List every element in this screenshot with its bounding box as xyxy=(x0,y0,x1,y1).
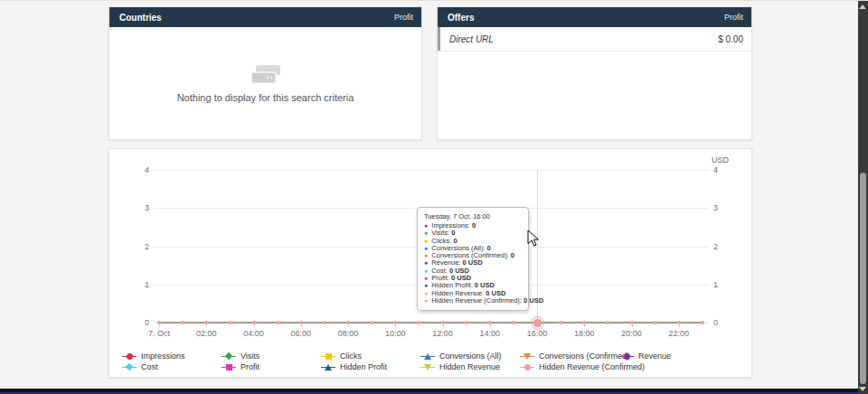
y-axis-label-left: 0 xyxy=(124,318,149,327)
empty-state-cards-icon xyxy=(250,64,282,86)
x-axis-label: 06:00 xyxy=(281,329,321,338)
data-point-marker[interactable] xyxy=(204,321,208,324)
data-point-marker[interactable] xyxy=(701,321,704,324)
y-axis-label-right: 2 xyxy=(713,242,718,251)
y-axis-label-right: 3 xyxy=(713,203,718,212)
triangle-shape xyxy=(424,353,431,360)
triangle-down-shape xyxy=(524,353,531,360)
vertical-scrollbar[interactable] xyxy=(858,1,868,394)
x-axis-label: 04:00 xyxy=(234,329,274,338)
legend-item-profit[interactable]: Profit xyxy=(222,362,321,371)
data-point-marker[interactable] xyxy=(630,321,634,324)
countries-empty-state: Nothing to display for this search crite… xyxy=(109,27,421,140)
tooltip-series-bullet-icon: ● xyxy=(424,282,428,288)
data-point-marker[interactable] xyxy=(465,321,468,324)
triangle-down-shape xyxy=(424,364,431,371)
square-marker-icon xyxy=(321,352,335,361)
tooltip-series-bullet-icon: ● xyxy=(424,267,428,274)
offers-card-header: Offers Profit xyxy=(438,7,751,27)
data-point-marker[interactable] xyxy=(181,321,184,324)
data-point-marker[interactable] xyxy=(370,321,373,324)
offer-profit-value: $ 0.00 xyxy=(718,34,743,44)
data-point-marker[interactable] xyxy=(677,321,681,324)
countries-card: Countries Profit Nothing to display for … xyxy=(108,6,422,140)
data-point-marker[interactable] xyxy=(299,321,303,324)
data-point-marker[interactable] xyxy=(393,321,397,324)
triangle-shape xyxy=(325,364,332,371)
x-axis-label: 18:00 xyxy=(564,329,604,338)
legend-item-clicks[interactable]: Clicks xyxy=(321,352,420,361)
y-axis-label-left: 4 xyxy=(124,165,149,174)
mouse-cursor-icon xyxy=(527,230,540,248)
offers-title: Offers xyxy=(448,13,474,23)
data-point-marker[interactable] xyxy=(441,321,445,324)
diamond-shape xyxy=(126,363,133,371)
legend-label: Visits xyxy=(241,352,259,361)
circle-marker-icon xyxy=(619,352,634,361)
data-point-marker[interactable] xyxy=(559,321,562,324)
data-point-marker[interactable] xyxy=(606,321,609,324)
tooltip-series-bullet-icon: ● xyxy=(424,230,428,236)
y-axis-right-title: USD xyxy=(712,155,729,164)
chart-tooltip: Tuesday, 7 Oct, 16:00 ● Impressions: 0● … xyxy=(417,207,529,311)
data-point-marker[interactable] xyxy=(228,321,231,324)
square-shape xyxy=(226,364,232,371)
data-point-marker[interactable] xyxy=(157,321,161,324)
data-point-marker[interactable] xyxy=(582,321,586,324)
legend-label: Conversions (Confirmed) xyxy=(539,352,629,361)
countries-title: Countries xyxy=(119,13,162,23)
data-point-marker[interactable] xyxy=(276,321,279,324)
legend-item-conversions-confirmed[interactable]: Conversions (Confirmed) xyxy=(520,352,619,361)
legend-item-hidden-revenue[interactable]: Hidden Revenue xyxy=(420,362,520,371)
triangle-down-marker-icon xyxy=(520,352,534,361)
y-axis-label-right: 4 xyxy=(713,165,718,174)
tooltip-title: Tuesday, 7 Oct, 16:00 xyxy=(424,212,523,220)
tooltip-metric-row: ● Hidden Revenue (Confirmed): 0 USD xyxy=(424,297,523,305)
diamond-marker-icon xyxy=(122,363,137,371)
hovered-data-point[interactable] xyxy=(533,319,542,327)
empty-state-message: Nothing to display for this search crite… xyxy=(177,92,354,103)
data-point-marker[interactable] xyxy=(512,321,515,324)
legend-item-impressions[interactable]: Impressions xyxy=(122,352,222,361)
y-axis-label-right: 0 xyxy=(713,318,718,327)
legend-item-hidden-profit[interactable]: Hidden Profit xyxy=(321,362,420,371)
circle-shape xyxy=(127,353,133,360)
x-axis-label: 02:00 xyxy=(186,329,226,338)
data-point-marker[interactable] xyxy=(654,321,657,324)
offer-row-indicator xyxy=(438,27,440,51)
diamond-shape xyxy=(225,352,232,360)
triangle-marker-icon xyxy=(420,352,435,361)
legend-item-hidden-revenue-confirmed[interactable]: Hidden Revenue (Confirmed) xyxy=(520,362,619,371)
legend-label: Hidden Profit xyxy=(340,362,387,371)
data-point-marker[interactable] xyxy=(252,321,256,324)
data-point-marker[interactable] xyxy=(323,321,326,324)
legend-item-revenue[interactable]: Revenue xyxy=(619,352,719,361)
legend-label: Clicks xyxy=(340,352,362,361)
circle-shape xyxy=(624,353,630,360)
scrollbar-down-arrow-icon[interactable] xyxy=(859,387,866,391)
scrollbar-thumb[interactable] xyxy=(860,173,866,384)
x-axis-label: 12:00 xyxy=(423,329,463,338)
chart-card: USD 44332211007. Oct02:0004:0006:0008:00… xyxy=(108,148,752,378)
legend-item-conversions-all[interactable]: Conversions (All) xyxy=(420,352,520,361)
tooltip-series-bullet-icon: ● xyxy=(424,290,428,296)
legend-label: Impressions xyxy=(141,352,185,361)
legend-label: Cost xyxy=(141,362,158,371)
offer-name[interactable]: Direct URL xyxy=(449,34,494,44)
data-point-marker[interactable] xyxy=(488,321,492,324)
data-point-marker[interactable] xyxy=(346,321,350,324)
tooltip-series-bullet-icon: ● xyxy=(424,245,428,251)
chart-legend-row-2: CostProfitHidden ProfitHidden RevenueHid… xyxy=(122,362,619,371)
legend-item-visits[interactable]: Visits xyxy=(222,352,321,361)
x-axis-label: 7. Oct xyxy=(139,329,179,338)
data-point-marker[interactable] xyxy=(417,321,420,324)
y-axis-label-right: 1 xyxy=(713,280,718,289)
circle-shape xyxy=(524,364,531,371)
scrollbar-up-arrow-icon[interactable] xyxy=(859,5,866,9)
offer-row[interactable]: Direct URL $ 0.00 xyxy=(438,27,751,52)
circle-marker-icon xyxy=(520,363,534,371)
legend-label: Hidden Revenue (Confirmed) xyxy=(539,362,645,371)
offers-profit-column-header[interactable]: Profit xyxy=(724,13,743,22)
legend-item-cost[interactable]: Cost xyxy=(122,362,222,371)
countries-profit-column-header[interactable]: Profit xyxy=(394,13,413,22)
